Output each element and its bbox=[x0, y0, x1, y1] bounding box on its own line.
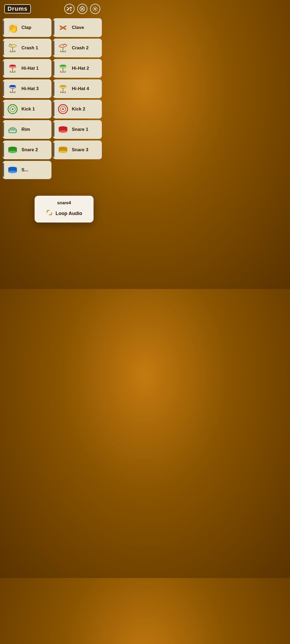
svg-point-48 bbox=[62, 108, 64, 110]
shuffle-button[interactable] bbox=[64, 4, 75, 14]
drum-item-clave[interactable]: Clave bbox=[53, 18, 102, 37]
svg-point-7 bbox=[9, 45, 16, 47]
hihat2-label: Hi-Hat 2 bbox=[72, 66, 89, 71]
close-button[interactable] bbox=[77, 4, 87, 14]
drum-item-kick2[interactable]: Kick 2 bbox=[53, 100, 102, 119]
context-menu-title: snare4 bbox=[43, 201, 85, 205]
crash1-label: Crash 1 bbox=[21, 45, 38, 51]
snare4-icon bbox=[6, 163, 19, 177]
drum-item-rim[interactable]: Rim bbox=[3, 120, 51, 139]
svg-point-3 bbox=[94, 8, 96, 10]
hihat1-icon bbox=[6, 62, 19, 75]
crash2-label: Crash 2 bbox=[72, 45, 88, 51]
kick2-icon bbox=[56, 102, 70, 116]
clap-label: Clap bbox=[21, 25, 31, 30]
drum-item-hihat4[interactable]: Hi-Hat 4 bbox=[53, 79, 102, 98]
snare4-label: S... bbox=[21, 167, 28, 173]
settings-button[interactable] bbox=[90, 4, 100, 14]
snare2-label: Snare 2 bbox=[21, 147, 38, 153]
snare3-label: Snare 3 bbox=[72, 147, 88, 153]
kick1-label: Kick 1 bbox=[21, 106, 35, 112]
context-menu: snare4 Loop Audio bbox=[35, 196, 94, 223]
header: Drums bbox=[0, 0, 105, 17]
svg-text:👏: 👏 bbox=[7, 23, 18, 34]
hihat3-label: Hi-Hat 3 bbox=[21, 86, 39, 91]
close-icon bbox=[80, 6, 85, 12]
crash2-icon bbox=[56, 41, 70, 55]
drum-item-kick1[interactable]: Kick 1 bbox=[3, 100, 51, 119]
svg-rect-51 bbox=[10, 128, 15, 129]
snare1-label: Snare 1 bbox=[72, 127, 88, 132]
kick2-label: Kick 2 bbox=[72, 106, 85, 112]
drum-item-crash1[interactable]: Crash 1 bbox=[3, 39, 51, 57]
clave-label: Clave bbox=[72, 25, 84, 30]
rim-icon bbox=[6, 123, 19, 136]
snare3-icon bbox=[56, 143, 70, 157]
clave-icon bbox=[56, 21, 70, 34]
shuffle-icon bbox=[66, 6, 72, 11]
drum-item-hihat1[interactable]: Hi-Hat 1 bbox=[3, 59, 51, 78]
drum-item-snare1[interactable]: Snare 1 bbox=[53, 120, 102, 139]
drum-item-snare4[interactable]: S... bbox=[3, 161, 51, 179]
hihat4-label: Hi-Hat 4 bbox=[72, 86, 89, 91]
hihat2-icon bbox=[56, 62, 70, 75]
app-title: Drums bbox=[4, 4, 31, 13]
svg-line-18 bbox=[63, 44, 65, 46]
drum-item-clap[interactable]: 👏 Clap bbox=[3, 18, 51, 37]
clap-icon: 👏 bbox=[6, 21, 19, 34]
snare2-icon bbox=[6, 143, 19, 157]
drum-grid: 👏 Clap Clave bbox=[0, 17, 105, 182]
drum-item-hihat2[interactable]: Hi-Hat 2 bbox=[53, 59, 102, 78]
svg-rect-49 bbox=[9, 129, 16, 133]
hihat3-icon bbox=[6, 82, 19, 95]
hihat4-icon bbox=[56, 82, 70, 95]
loop-audio-item[interactable]: Loop Audio bbox=[43, 209, 85, 218]
drum-item-crash2[interactable]: Crash 2 bbox=[53, 39, 102, 57]
loop-icon bbox=[46, 209, 53, 218]
loop-audio-label: Loop Audio bbox=[55, 211, 82, 216]
svg-point-45 bbox=[12, 108, 13, 110]
drum-item-snare2[interactable]: Snare 2 bbox=[3, 140, 51, 159]
crash1-icon bbox=[6, 41, 19, 55]
hihat1-label: Hi-Hat 1 bbox=[21, 66, 39, 71]
header-icons bbox=[64, 4, 100, 14]
drum-item-snare3[interactable]: Snare 3 bbox=[53, 140, 102, 159]
rim-label: Rim bbox=[21, 127, 30, 132]
drum-item-hihat3[interactable]: Hi-Hat 3 bbox=[3, 79, 51, 98]
settings-icon bbox=[92, 6, 98, 12]
snare1-icon bbox=[56, 123, 70, 136]
kick1-icon bbox=[6, 102, 19, 116]
